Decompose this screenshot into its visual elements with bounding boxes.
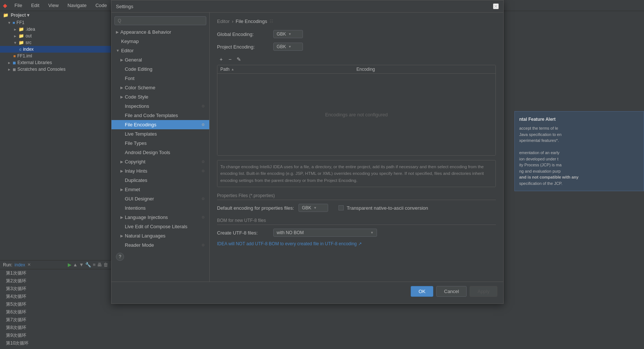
- dialog-close-button[interactable]: ✕: [493, 3, 499, 9]
- nav-live-edit[interactable]: Live Edit of Compose Literals: [111, 222, 209, 231]
- run-print-icon[interactable]: 🖶: [97, 262, 102, 267]
- menu-view[interactable]: View: [47, 2, 60, 9]
- nav-language-injections[interactable]: ▶ Language Injections ⚙: [111, 213, 209, 222]
- nav-android-design[interactable]: Android Design Tools: [111, 148, 209, 157]
- nav-file-code-templates-label: File and Code Templates: [120, 113, 178, 118]
- nav-android-design-label: Android Design Tools: [120, 150, 170, 155]
- nav-duplicates[interactable]: Duplicates: [111, 176, 209, 185]
- nav-emmet[interactable]: ▶ Emmet: [111, 185, 209, 194]
- tree-ff1-iml[interactable]: ■ FF1.iml: [0, 53, 111, 59]
- project-folder-icon: 📁: [3, 13, 9, 18]
- transparent-checkbox-row: Transparent native-to-ascii conversion: [338, 205, 428, 211]
- nav-font-label: Font: [120, 76, 134, 81]
- nav-code-style-label: Code Style: [125, 94, 149, 100]
- nav-gui-designer[interactable]: GUI Designer ⚙: [111, 194, 209, 203]
- nav-file-encodings[interactable]: File Encodings ⚙: [111, 120, 209, 129]
- nav-live-templates[interactable]: Live Templates: [111, 129, 209, 139]
- run-tab-close[interactable]: ✕: [27, 262, 31, 267]
- table-header: Path ▲ Encoding: [217, 65, 495, 74]
- nav-font[interactable]: Font: [111, 74, 209, 83]
- global-encoding-dropdown[interactable]: GBK ▼: [273, 30, 303, 38]
- project-header[interactable]: 📁 Project ▾: [0, 11, 111, 19]
- nav-general[interactable]: ▶ General: [111, 55, 209, 64]
- expand-lang-inj: ▶: [120, 215, 123, 219]
- nav-natural-langs[interactable]: ▶ Natural Languages: [111, 231, 209, 240]
- tree-ff1[interactable]: ▼ ■ FF1: [0, 19, 111, 26]
- run-wrench-icon[interactable]: 🔧: [85, 262, 91, 267]
- nav-color-scheme[interactable]: ▶ Color Scheme: [111, 83, 209, 92]
- run-panel-header: Run: index ✕ ▶ ▲ ▼ 🔧 ≡ 🖶 🗑: [0, 260, 111, 269]
- lang-inj-gear-icon: ⚙: [201, 215, 205, 219]
- nav-duplicates-label: Duplicates: [120, 177, 147, 183]
- expand-copyright: ▶: [120, 160, 123, 164]
- help-button[interactable]: ?: [116, 253, 124, 261]
- tree-out[interactable]: ► 📁 out: [0, 33, 111, 39]
- nav-file-types[interactable]: File Types: [111, 139, 209, 148]
- nav-reader-mode-label: Reader Mode: [120, 242, 154, 248]
- expand-emmet: ▶: [120, 187, 123, 192]
- utf8-bom-link[interactable]: UTF-8 BOM: [255, 241, 279, 246]
- tree-src[interactable]: ▼ 📁 src: [0, 39, 111, 46]
- encoding-column-header[interactable]: Encoding: [357, 67, 493, 72]
- run-up-icon[interactable]: ▲: [73, 262, 78, 267]
- props-encoding-value: GBK: [302, 205, 311, 210]
- nav-file-code-templates[interactable]: File and Code Templates: [111, 111, 209, 120]
- path-column-header[interactable]: Path ▲: [220, 67, 357, 72]
- run-item-5: 第5次循环: [0, 300, 111, 308]
- ide-logo-icon: ◆: [3, 3, 7, 9]
- nav-appearance[interactable]: ▶ Appearance & Behavior: [111, 27, 209, 37]
- menu-edit[interactable]: Edit: [30, 2, 41, 9]
- bom-row: Create UTF-8 files: with NO BOM ▼: [217, 229, 496, 237]
- encoding-table: Path ▲ Encoding Encodings are not config…: [217, 65, 496, 156]
- menu-code[interactable]: Code: [94, 2, 109, 9]
- remove-encoding-button[interactable]: −: [226, 55, 234, 63]
- project-encoding-dropdown[interactable]: GBK ▼: [273, 43, 303, 51]
- nav-intentions[interactable]: Intentions: [111, 203, 209, 213]
- run-trash-icon[interactable]: 🗑: [103, 262, 108, 267]
- nav-reader-mode[interactable]: Reader Mode ⚙: [111, 240, 209, 250]
- settings-search-input[interactable]: [114, 16, 206, 25]
- menu-file[interactable]: File: [13, 2, 24, 9]
- nav-code-editing[interactable]: Code Editing: [111, 64, 209, 74]
- nav-code-style[interactable]: ▶ Code Style: [111, 92, 209, 102]
- nav-inlay-hints[interactable]: ▶ Inlay Hints ⚙: [111, 166, 209, 176]
- expand-color-scheme: ▶: [120, 86, 123, 90]
- props-encoding-dropdown[interactable]: GBK ▼: [298, 204, 328, 212]
- global-encoding-label: Global Encoding:: [217, 31, 269, 37]
- run-down-icon[interactable]: ▼: [79, 262, 84, 267]
- table-toolbar: + − ✎: [217, 55, 496, 63]
- run-item-4: 第4次循环: [0, 293, 111, 300]
- tree-index[interactable]: c index: [0, 46, 111, 53]
- nav-inspections[interactable]: Inspections ⚙: [111, 102, 209, 111]
- nav-keymap[interactable]: Keymap: [111, 37, 209, 46]
- file-icon-index: c: [19, 47, 21, 51]
- dialog-body: ▶ Appearance & Behavior Keymap ▼ Editor …: [111, 13, 503, 282]
- run-more-icon[interactable]: ≡: [93, 262, 96, 267]
- cancel-button[interactable]: Cancel: [436, 286, 467, 297]
- ok-button[interactable]: OK: [411, 286, 433, 297]
- tree-out-label: out: [26, 33, 32, 39]
- tree-scratches[interactable]: ► ◼ Scratches and Consoles: [0, 66, 111, 73]
- expand-appearance: ▶: [116, 30, 119, 34]
- tree-external-libs[interactable]: ► ◼ External Libraries: [0, 59, 111, 66]
- menu-navigate[interactable]: Navigate: [66, 2, 88, 9]
- inlay-gear-icon: ⚙: [201, 169, 205, 173]
- bom-dropdown[interactable]: with NO BOM ▼: [273, 229, 377, 237]
- feature-alert-text: accept the terms of le Java specificatio…: [519, 125, 639, 186]
- apply-button[interactable]: Apply: [470, 286, 497, 297]
- nav-editor[interactable]: ▼ Editor: [111, 46, 209, 55]
- add-encoding-button[interactable]: +: [217, 55, 225, 63]
- nav-copyright[interactable]: ▶ Copyright ⚙: [111, 157, 209, 166]
- breadcrumb-grid-icon: ☷: [270, 19, 273, 24]
- run-play-icon[interactable]: ▶: [68, 262, 71, 267]
- properties-section-header: Properties Files (*.properties): [217, 193, 496, 200]
- project-encoding-row: Project Encoding: GBK ▼: [217, 43, 496, 51]
- project-icon: ■: [13, 20, 15, 25]
- edit-encoding-button[interactable]: ✎: [235, 55, 243, 63]
- inspections-gear-icon: ⚙: [201, 104, 205, 108]
- nav-appearance-label: Appearance & Behavior: [120, 29, 171, 35]
- run-tab-index[interactable]: index: [14, 262, 25, 267]
- transparent-checkbox[interactable]: [338, 205, 344, 210]
- file-icon-iml: ■: [13, 54, 16, 58]
- tree-idea[interactable]: ► 📁 .idea: [0, 26, 111, 33]
